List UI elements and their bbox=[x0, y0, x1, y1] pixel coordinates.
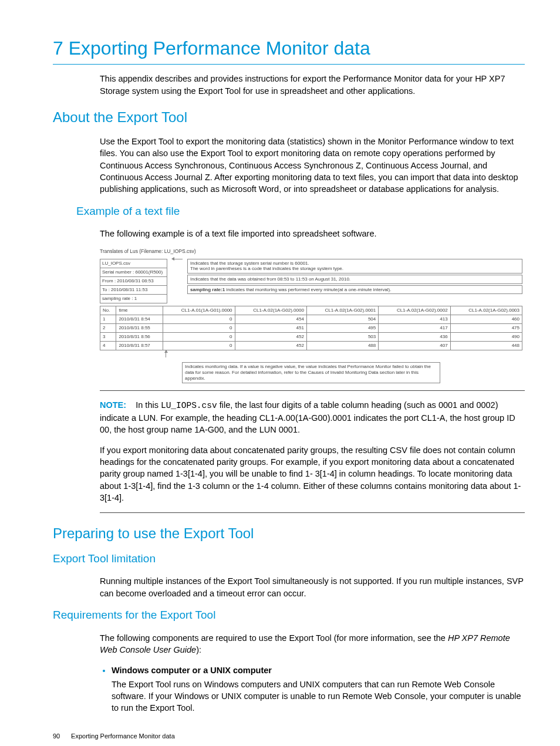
list-item-body: The Export Tool runs on Windows computer… bbox=[112, 679, 525, 714]
table-header: CL1-A.02(1A-G02).0002 bbox=[379, 306, 450, 315]
page-title: 7 Exporting Performance Monitor data bbox=[53, 35, 525, 65]
note-paragraph: NOTE: In this LU_IOPS.csv file, the last… bbox=[100, 399, 525, 436]
callout-text: indicates that monitoring was performed … bbox=[225, 287, 391, 292]
footer-label: Exporting Performance Monitor data bbox=[71, 733, 175, 740]
table-header: CL1-A.02(1A-G02).0003 bbox=[450, 306, 522, 315]
table-row: 22010/8/31 8:550451495417475 bbox=[100, 323, 522, 332]
req-text: The following components are required to… bbox=[100, 633, 448, 643]
page-footer: 90 Exporting Performance Monitor data bbox=[53, 732, 525, 741]
table-header: No. bbox=[100, 306, 116, 315]
requirements-heading: Requirements for the Export Tool bbox=[53, 607, 525, 623]
req-text: ): bbox=[196, 645, 201, 654]
table-row: 42010/8/31 8:570452488407448 bbox=[100, 341, 522, 350]
figure-data-table: No. time CL1-A.01(1A-G01).0000 CL1-A.02(… bbox=[100, 306, 522, 350]
divider bbox=[100, 390, 525, 391]
limitation-heading: Export Tool limitation bbox=[53, 551, 525, 567]
table-row: 32010/8/31 8:560452503436490 bbox=[100, 332, 522, 341]
table-header: CL1-A.02(1A-G02).0001 bbox=[306, 306, 378, 315]
table-header: CL1-A.01(1A-G01).0000 bbox=[163, 306, 235, 315]
intro-paragraph: This appendix describes and provides ins… bbox=[100, 73, 525, 97]
divider bbox=[100, 512, 525, 513]
callout-box: sampling rate:1 indicates that monitorin… bbox=[187, 285, 522, 295]
list-item: Windows computer or a UNIX computer The … bbox=[112, 664, 525, 714]
figure-cell: To : 2010/08/31 11:53 bbox=[100, 285, 167, 294]
figure-cell: From : 2010/08/31 08:53 bbox=[100, 276, 167, 285]
preparing-heading: Preparing to use the Export Tool bbox=[53, 524, 525, 544]
requirements-list: Windows computer or a UNIX computer The … bbox=[100, 664, 525, 714]
note-paragraph: If you export monitoring data about conc… bbox=[100, 444, 525, 504]
limitation-paragraph: Running multiple instances of the Export… bbox=[100, 575, 525, 599]
callout-box: Indicates monitoring data. If a value is… bbox=[182, 362, 440, 383]
note-code: LU_IOPS.csv bbox=[161, 401, 217, 410]
note-label: NOTE: bbox=[100, 400, 126, 410]
example-paragraph: The following example is of a text file … bbox=[100, 228, 525, 239]
callout-box: Indicates that the data was obtained fro… bbox=[187, 275, 522, 284]
page-number: 90 bbox=[53, 732, 69, 741]
example-heading: Example of a text file bbox=[76, 204, 525, 220]
list-item-title: Windows computer or a UNIX computer bbox=[112, 666, 272, 675]
callout-strong: sampling rate:1 bbox=[190, 287, 225, 292]
requirements-paragraph: The following components are required to… bbox=[100, 632, 525, 656]
figure-cell: Serial number : 60001(R500) bbox=[100, 268, 167, 276]
callout-arrow bbox=[166, 350, 522, 357]
note-text: In this bbox=[136, 400, 161, 410]
about-paragraph: Use the Export Tool to export the monito… bbox=[100, 136, 525, 195]
example-figure: Translates of Lus (Filename: LU_IOPS.csv… bbox=[100, 248, 522, 383]
figure-caption: Translates of Lus (Filename: LU_IOPS.csv… bbox=[100, 248, 522, 255]
figure-cell: sampling rate : 1 bbox=[100, 294, 167, 303]
table-header: time bbox=[116, 306, 163, 315]
figure-cell: LU_IOPS.csv bbox=[100, 259, 167, 268]
table-row: 12010/8/31 8:540454504413460 bbox=[100, 315, 522, 323]
about-heading: About the Export Tool bbox=[53, 107, 525, 127]
figure-left-column: LU_IOPS.csv Serial number : 60001(R500) … bbox=[100, 259, 167, 303]
callout-box: Indicates that the storage system serial… bbox=[187, 259, 522, 274]
table-header: CL1-A.02(1A-G02).0000 bbox=[235, 306, 306, 315]
